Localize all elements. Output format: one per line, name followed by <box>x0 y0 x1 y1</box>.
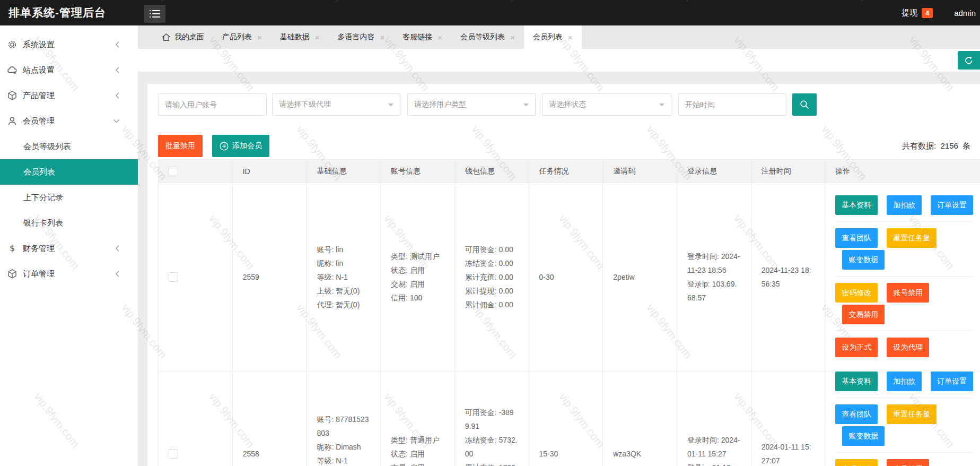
op-button-账号禁用[interactable]: 账号禁用 <box>887 283 929 303</box>
sidebar-subitem[interactable]: 上下分记录 <box>0 185 138 210</box>
sidebar-item-label: 订单管理 <box>23 269 55 279</box>
menu-toggle-button[interactable] <box>144 5 165 23</box>
tab-label: 会员列表 <box>533 32 563 42</box>
sidebar-item-label: 会员等级列表 <box>23 142 71 152</box>
tab-active[interactable]: 会员列表× <box>524 25 582 49</box>
user-type-select-value: 请选择用户类型 <box>414 100 466 109</box>
add-member-button[interactable]: 添加会员 <box>212 135 269 157</box>
select-all-checkbox[interactable] <box>169 167 178 176</box>
info-line: 等级: N-1 <box>317 454 370 466</box>
op-button-账变数据[interactable]: 账变数据 <box>842 250 885 270</box>
operation-line: 密码修改账号禁用 <box>835 459 973 466</box>
op-button-加扣款[interactable]: 加扣款 <box>887 195 922 215</box>
cell-register-time: 2024-11-23 18:56:35 <box>751 183 825 372</box>
column-header: 基础信息 <box>307 160 381 183</box>
op-button-查看团队[interactable]: 查看团队 <box>835 228 878 248</box>
operations-divider <box>835 452 973 453</box>
refresh-button[interactable] <box>958 51 980 70</box>
user-type-select[interactable]: 请选择用户类型 <box>407 93 536 116</box>
sidebar-item[interactable]: 系统设置 <box>0 32 138 57</box>
tab-label: 产品列表 <box>222 32 252 42</box>
sidebar-subitem[interactable]: 会员列表 <box>0 159 138 185</box>
operations-divider <box>835 331 973 331</box>
info-line: 类型: 测试用户 <box>391 249 444 263</box>
batch-disable-button[interactable]: 批量禁用 <box>158 135 203 157</box>
app-root: 排单系统-管理后台 提现 4 admin 系统设置站点设置产品管理会员管理会员等… <box>0 0 980 466</box>
tab-item[interactable]: 客服链接× <box>393 25 451 49</box>
close-icon[interactable]: × <box>257 33 262 41</box>
content-card: 请选择下级代理 请选择用户类型 请选择状态 批量禁用 <box>147 84 980 466</box>
table-header-row: ID基础信息账号信息钱包信息任务情况邀请码登录信息注册时间操作 <box>159 160 980 183</box>
tab-item[interactable]: 多语言内容× <box>329 25 394 49</box>
status-select-value: 请选择状态 <box>549 100 586 109</box>
sidebar-item[interactable]: 会员管理 <box>0 108 138 134</box>
op-button-订单设置[interactable]: 订单设置 <box>931 195 973 215</box>
sidebar-item-label: 产品管理 <box>23 91 55 101</box>
sidebar-item[interactable]: 站点设置 <box>0 57 138 83</box>
row-checkbox[interactable] <box>169 272 178 282</box>
op-button-订单设置[interactable]: 订单设置 <box>931 372 973 391</box>
tab-item[interactable]: 我的桌面 <box>153 25 213 49</box>
total-count: 2156 <box>940 141 958 150</box>
search-button[interactable] <box>792 93 817 116</box>
withdraw-link[interactable]: 提现 <box>902 8 917 18</box>
withdraw-count-badge[interactable]: 4 <box>922 8 933 18</box>
start-time-input[interactable] <box>678 93 786 116</box>
op-button-加扣款[interactable]: 加扣款 <box>887 372 922 391</box>
account-search-input[interactable] <box>158 93 267 116</box>
info-line: 代理: 暂无(0) <box>317 298 370 312</box>
status-select[interactable]: 请选择状态 <box>542 93 671 116</box>
cell-register-time: 2024-01-11 15:27:07 <box>751 372 825 466</box>
row-checkbox[interactable] <box>169 449 178 459</box>
agent-select[interactable]: 请选择下级代理 <box>272 93 400 116</box>
username[interactable]: admin <box>954 8 976 18</box>
toolbar-strip <box>138 49 980 72</box>
op-button-交易禁用[interactable]: 交易禁用 <box>842 305 885 324</box>
cell-login-info: 登录时间: 2024-11-23 18:56登录ip: 103.69.68.57 <box>677 183 751 372</box>
cell-basic-info: 账号: lin昵称: lin等级: N-1上级: 暂无(0)代理: 暂无(0) <box>307 183 381 372</box>
sidebar-subitem[interactable]: 会员等级列表 <box>0 134 138 159</box>
op-button-基本资料[interactable]: 基本资料 <box>835 195 878 215</box>
operation-line: 账变数据 <box>842 250 973 270</box>
close-icon[interactable]: × <box>380 33 385 41</box>
member-table-wrap: ID基础信息账号信息钱包信息任务情况邀请码登录信息注册时间操作2559账号: l… <box>158 159 980 466</box>
row-checkbox-cell <box>159 183 233 372</box>
cell-operations: 基本资料加扣款订单设置查看团队重置任务量账变数据密码修改账号禁用交易禁用设为正式… <box>825 372 980 466</box>
sidebar-item[interactable]: 订单管理 <box>0 261 138 287</box>
op-button-基本资料[interactable]: 基本资料 <box>835 372 878 391</box>
op-button-账号禁用[interactable]: 账号禁用 <box>887 459 929 466</box>
cell-invite-code: wza3QK <box>603 372 677 466</box>
op-button-查看团队[interactable]: 查看团队 <box>835 404 878 424</box>
tab-item[interactable]: 会员等级列表× <box>451 25 524 49</box>
column-header: 操作 <box>825 160 980 183</box>
close-icon[interactable]: × <box>510 33 515 41</box>
tab-item[interactable]: 基础数据× <box>271 25 329 49</box>
table-row: 2559账号: lin昵称: lin等级: N-1上级: 暂无(0)代理: 暂无… <box>159 183 980 372</box>
cell-id: 2558 <box>232 372 307 466</box>
tab-item[interactable]: 产品列表× <box>213 25 271 49</box>
svg-text:$: $ <box>10 243 15 253</box>
sidebar-subitem[interactable]: 银行卡列表 <box>0 210 138 236</box>
op-button-设为代理[interactable]: 设为代理 <box>887 338 929 357</box>
op-button-重置任务量[interactable]: 重置任务量 <box>887 404 937 424</box>
info-line: 昵称: lin <box>317 256 370 270</box>
add-member-label: 添加会员 <box>232 141 262 151</box>
info-line: 交易: 启用 <box>391 461 444 466</box>
column-header: 钱包信息 <box>454 160 529 183</box>
close-icon[interactable]: × <box>438 33 442 41</box>
close-icon[interactable]: × <box>568 33 573 41</box>
op-button-重置任务量[interactable]: 重置任务量 <box>887 228 937 248</box>
op-button-账变数据[interactable]: 账变数据 <box>842 426 885 446</box>
close-icon[interactable]: × <box>315 33 320 41</box>
sidebar-item[interactable]: $财务管理 <box>0 236 138 261</box>
op-button-密码修改[interactable]: 密码修改 <box>835 459 878 466</box>
info-line: 账号: 87781523803 <box>317 412 370 440</box>
cube-icon <box>6 268 18 280</box>
op-button-设为正式[interactable]: 设为正式 <box>835 338 878 357</box>
tab-label: 会员等级列表 <box>460 32 505 42</box>
sidebar-item[interactable]: 产品管理 <box>0 83 138 108</box>
sidebar-item-label: 站点设置 <box>23 65 55 75</box>
chevron-left-icon <box>115 41 120 48</box>
op-button-密码修改[interactable]: 密码修改 <box>835 283 878 303</box>
chevron-left-icon <box>115 92 120 99</box>
